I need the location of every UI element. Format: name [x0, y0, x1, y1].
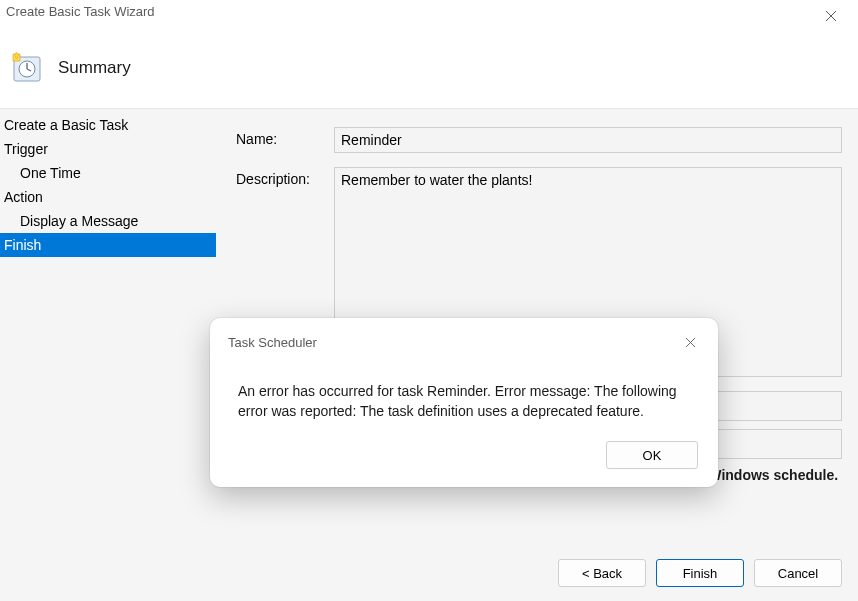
error-dialog-actions: OK: [210, 431, 718, 487]
clock-icon: [10, 51, 44, 85]
step-action[interactable]: Action: [0, 185, 216, 209]
name-field[interactable]: [334, 127, 842, 153]
ok-button[interactable]: OK: [606, 441, 698, 469]
description-label: Description:: [236, 167, 334, 187]
close-icon[interactable]: [676, 330, 704, 354]
step-finish[interactable]: Finish: [0, 233, 216, 257]
step-one-time[interactable]: One Time: [0, 161, 216, 185]
step-display-message[interactable]: Display a Message: [0, 209, 216, 233]
wizard-header: Summary: [0, 28, 858, 108]
finish-button[interactable]: Finish: [656, 559, 744, 587]
name-label: Name:: [236, 127, 334, 147]
window-title: Create Basic Task Wizard: [6, 4, 155, 19]
cancel-button[interactable]: Cancel: [754, 559, 842, 587]
name-row: Name:: [236, 127, 842, 153]
step-trigger[interactable]: Trigger: [0, 137, 216, 161]
wizard-button-bar: < Back Finish Cancel: [0, 547, 858, 601]
error-dialog-title: Task Scheduler: [228, 335, 317, 350]
page-title: Summary: [58, 58, 131, 78]
error-dialog-header: Task Scheduler: [210, 318, 718, 360]
error-dialog: Task Scheduler An error has occurred for…: [210, 318, 718, 487]
error-dialog-message: An error has occurred for task Reminder.…: [210, 360, 718, 431]
step-create-basic-task[interactable]: Create a Basic Task: [0, 113, 216, 137]
step-sidebar: Create a Basic Task Trigger One Time Act…: [0, 109, 216, 547]
back-button[interactable]: < Back: [558, 559, 646, 587]
window-titlebar: Create Basic Task Wizard: [0, 0, 858, 28]
close-icon[interactable]: [814, 4, 848, 28]
